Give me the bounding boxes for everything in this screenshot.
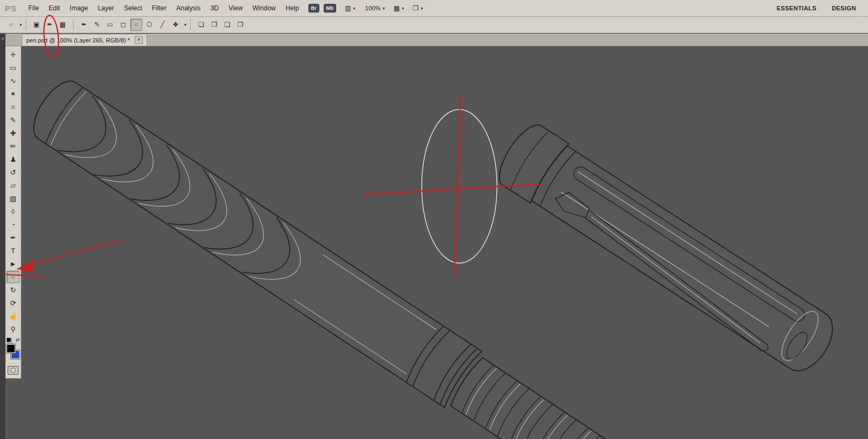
tool-preset-picker[interactable]: ○ xyxy=(5,19,17,31)
gradient-icon: ▧ xyxy=(10,194,16,203)
3d-orbit-tool[interactable]: ⟳ xyxy=(7,297,20,309)
menu-file[interactable]: File xyxy=(23,0,44,16)
menu-3d[interactable]: 3D xyxy=(205,0,223,16)
menu-filter[interactable]: Filter xyxy=(147,0,172,16)
view-extras-dropdown[interactable]: ▥ ▾ xyxy=(345,4,355,12)
close-icon[interactable]: × xyxy=(135,36,143,44)
exclude-shape-button[interactable]: ❒ xyxy=(234,19,246,31)
clone-stamp-tool[interactable]: ♟ xyxy=(7,153,20,166)
menu-select[interactable]: Select xyxy=(119,0,147,16)
zoom-level-dropdown[interactable]: 100% ▾ xyxy=(365,5,385,11)
rounded-rectangle-tool-button[interactable]: ◻ xyxy=(117,19,129,31)
dodge-tool[interactable]: ◔ xyxy=(7,218,20,231)
magic-wand-tool[interactable]: ✶ xyxy=(7,88,20,100)
menu-help[interactable]: Help xyxy=(281,0,304,16)
freeform-pen-tool-button[interactable]: ✎ xyxy=(91,19,103,31)
rectangle-tool-button[interactable]: ▭ xyxy=(104,19,116,31)
lasso-icon: ∿ xyxy=(10,77,16,85)
expand-panels-icon[interactable]: » xyxy=(0,36,5,41)
screen-mode-dropdown[interactable]: ❐ ▾ xyxy=(413,4,423,12)
hand-tool[interactable]: ☝ xyxy=(7,310,20,322)
chevron-down-icon: ▾ xyxy=(421,6,423,11)
default-colors-icon[interactable] xyxy=(7,338,12,343)
chevron-down-icon: ▾ xyxy=(383,6,385,11)
menu-window[interactable]: Window xyxy=(247,0,281,16)
lasso-tool[interactable]: ∿ xyxy=(7,75,20,87)
blur-tool[interactable]: ◊ xyxy=(7,205,20,218)
crop-tool[interactable]: ⌗ xyxy=(7,101,20,113)
brush-icon: ✏ xyxy=(10,142,16,150)
brush-tool[interactable]: ✏ xyxy=(7,140,20,153)
healing-brush-tool[interactable]: ✚ xyxy=(7,127,20,139)
eraser-icon: ▱ xyxy=(10,181,16,190)
ellipse-tool-icon: ○ xyxy=(11,274,15,280)
path-selection-tool[interactable]: ► xyxy=(7,258,20,270)
photoshop-logo: PS xyxy=(0,4,23,13)
blur-icon: ◊ xyxy=(11,208,15,216)
menu-edit[interactable]: Edit xyxy=(44,0,65,16)
rectangular-marquee-tool[interactable]: ▭ xyxy=(7,62,20,74)
ellipse-preset-icon: ○ xyxy=(9,22,13,27)
exclude-shape-icon: ❒ xyxy=(238,21,244,28)
mini-bridge-button[interactable]: Mb xyxy=(324,4,336,13)
menu-layer[interactable]: Layer xyxy=(93,0,119,16)
healing-brush-icon: ✚ xyxy=(10,129,16,137)
subtract-from-shape-button[interactable]: ❐ xyxy=(208,19,220,31)
foreground-color-swatch[interactable] xyxy=(7,344,15,353)
add-to-shape-button[interactable]: ❏ xyxy=(195,19,207,31)
fill-pixels-mode-button[interactable]: ▩ xyxy=(57,19,69,31)
marquee-icon: ▭ xyxy=(10,64,16,72)
canvas[interactable] xyxy=(5,34,868,439)
menu-image[interactable]: Image xyxy=(65,0,93,16)
chevron-down-icon: ▾ xyxy=(20,22,22,27)
quick-mask-button[interactable] xyxy=(8,366,19,375)
chevron-down-icon: ▾ xyxy=(402,6,404,11)
arrange-documents-dropdown[interactable]: ▦ ▾ xyxy=(393,4,404,12)
crop-icon: ⌗ xyxy=(11,103,15,112)
polygon-tool-button[interactable]: ⎔ xyxy=(143,19,155,31)
workspace-design[interactable]: DESIGN xyxy=(831,5,856,11)
document-tab-title: pen.psd @ 100% (Layer 265, RGB/8) * xyxy=(26,37,130,44)
magic-wand-icon: ✶ xyxy=(10,90,16,98)
ellipse-tool-button[interactable]: ○ xyxy=(130,19,142,31)
eraser-tool[interactable]: ▱ xyxy=(7,179,20,192)
menu-analysis[interactable]: Analysis xyxy=(171,0,205,16)
move-tool[interactable]: ✛ xyxy=(7,48,20,61)
pen-tool[interactable]: ✒ xyxy=(7,231,20,244)
3d-rotate-tool[interactable]: ↻ xyxy=(7,284,20,296)
workspace-essentials[interactable]: ESSENTIALS xyxy=(776,5,816,11)
history-brush-tool[interactable]: ↺ xyxy=(7,166,20,179)
pen-illustration xyxy=(5,34,868,439)
chevron-down-icon: ▾ xyxy=(184,22,186,27)
menu-view[interactable]: View xyxy=(224,0,248,16)
separator xyxy=(190,19,191,31)
pen-tool-button[interactable]: ✒ xyxy=(78,19,90,31)
polygon-icon: ⎔ xyxy=(147,21,152,28)
tool-options-bar: ○ ▾ ▣ ✒ ▩ ✒ ✎ ▭ ◻ ○ ⎔ ╱ ❖ ▾ ❏ ❐ ❑ ❒ xyxy=(0,16,868,33)
dodge-icon: ◔ xyxy=(11,221,15,229)
pen-icon: ✒ xyxy=(81,21,87,28)
ellipse-tool[interactable]: ○ xyxy=(7,271,20,283)
separator xyxy=(73,19,74,31)
type-tool[interactable]: T xyxy=(7,245,20,257)
chevron-down-icon: ▾ xyxy=(353,6,355,11)
workspace-switcher: ESSENTIALS DESIGN xyxy=(776,5,868,11)
history-brush-icon: ↺ xyxy=(10,168,16,176)
gradient-tool[interactable]: ▧ xyxy=(7,192,20,205)
move-tool-icon: ✛ xyxy=(10,51,16,59)
line-tool-button[interactable]: ╱ xyxy=(156,19,168,31)
rectangle-icon: ▭ xyxy=(107,21,113,28)
rounded-rectangle-icon: ◻ xyxy=(120,21,126,28)
swap-colors-icon[interactable]: ⇄ xyxy=(15,337,20,343)
paths-mode-button[interactable]: ✒ xyxy=(44,19,56,31)
shape-layers-mode-button[interactable]: ▣ xyxy=(31,19,43,31)
intersect-shape-button[interactable]: ❑ xyxy=(221,19,233,31)
document-tab[interactable]: pen.psd @ 100% (Layer 265, RGB/8) * × xyxy=(22,34,147,46)
panel-dock-strip: » xyxy=(0,34,5,439)
add-to-shape-icon: ❏ xyxy=(198,21,204,28)
zoom-tool[interactable]: ⚲ xyxy=(7,323,20,336)
custom-shape-tool-button[interactable]: ❖ xyxy=(169,19,181,31)
bridge-button[interactable]: Br xyxy=(308,4,319,13)
eyedropper-tool[interactable]: ✎ xyxy=(7,114,20,126)
pen-tool-icon: ✒ xyxy=(10,234,16,242)
